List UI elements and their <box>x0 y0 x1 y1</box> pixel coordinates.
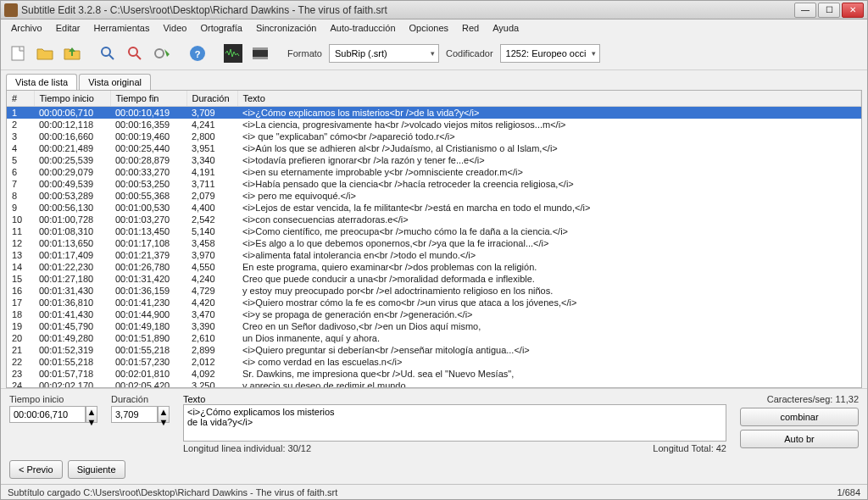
find-icon[interactable] <box>96 42 120 65</box>
help-icon[interactable]: ? <box>186 42 209 65</box>
codificador-combo[interactable]: 1252: Europeo occi <box>500 44 601 63</box>
status-position: 1/684 <box>837 487 860 497</box>
table-row[interactable]: 500:00:25,53900:00:28,8793,340<i>todavía… <box>7 154 861 166</box>
tab-list-view[interactable]: Vista de lista <box>6 74 77 90</box>
table-row[interactable]: 1900:01:45,79000:01:49,1803,390Creo en u… <box>7 320 861 332</box>
table-row[interactable]: 700:00:49,53900:00:53,2503,711<i>Había p… <box>7 178 861 190</box>
table-row[interactable]: 800:00:53,28900:00:55,3682,079<i> pero m… <box>7 190 861 202</box>
titlebar: Subtitle Edit 3.2.8 - C:\Users\root\Desk… <box>1 1 867 19</box>
tabstrip: Vista de lista Vista original <box>1 70 867 90</box>
table-row[interactable]: 1400:01:22,23000:01:26,7804,550En este p… <box>7 261 861 273</box>
col-end[interactable]: Tiempo fin <box>110 91 186 107</box>
autobr-button[interactable]: Auto br <box>740 430 859 448</box>
subtitle-list-scroll[interactable]: # Tiempo inicio Tiempo fin Duración Text… <box>7 91 861 387</box>
app-window: Subtitle Edit 3.2.8 - C:\Users\root\Desk… <box>0 0 868 500</box>
formato-combo[interactable]: SubRip (.srt) <box>329 44 439 63</box>
table-row[interactable]: 2100:01:52,31900:01:55,2182,899<i>Quiero… <box>7 344 861 356</box>
svg-point-5 <box>155 49 164 58</box>
table-row[interactable]: 1200:01:13,65000:01:17,1083,458<i>Es alg… <box>7 237 861 249</box>
menu-auto-traducción[interactable]: Auto-traducción <box>323 23 402 33</box>
menu-editar[interactable]: Editar <box>49 23 87 33</box>
table-row[interactable]: 300:00:16,66000:00:19,4602,800<i> que "e… <box>7 131 861 142</box>
svg-rect-11 <box>253 57 268 59</box>
text-label: Texto <box>183 394 726 404</box>
open-icon[interactable] <box>33 42 57 65</box>
duration-label: Duración <box>111 394 170 404</box>
prev-button[interactable]: < Previo <box>9 460 63 479</box>
maximize-button[interactable]: ☐ <box>818 3 840 18</box>
table-row[interactable]: 100:00:06,71000:00:10,4193,709<i>¿Cómo e… <box>7 107 861 119</box>
table-row[interactable]: 900:00:56,13000:01:00,5304,400<i>Lejos d… <box>7 202 861 214</box>
table-row[interactable]: 1300:01:17,40900:01:21,3793,970<i>alimen… <box>7 249 861 261</box>
fix-icon[interactable] <box>150 42 174 65</box>
table-row[interactable]: 1500:01:27,18000:01:31,4204,240Creo que … <box>7 273 861 285</box>
menu-sincronización[interactable]: Sincronización <box>249 23 324 33</box>
video-icon[interactable] <box>248 42 272 65</box>
table-row[interactable]: 2400:02:02,17000:02:05,4203,250y aprecio… <box>7 380 861 387</box>
svg-point-1 <box>102 47 110 56</box>
codificador-label: Codificador <box>446 48 493 58</box>
table-row[interactable]: 1100:01:08,31000:01:13,4505,140<i>Como c… <box>7 225 861 237</box>
toolbar: ? Formato SubRip (.srt) Codificador 1252… <box>1 36 867 70</box>
table-row[interactable]: 2200:01:55,21800:01:57,2302,012<i> como … <box>7 356 861 368</box>
status-loaded: Subtítulo cargado C:\Users\root\Desktop\… <box>8 487 337 497</box>
nav-row: < Previo Siguiente <box>1 458 867 484</box>
table-row[interactable]: 1600:01:31,43000:01:36,1594,729y estoy m… <box>7 285 861 297</box>
col-duration[interactable]: Duración <box>186 91 237 107</box>
line-length: Longitud linea individual: 30/12 <box>183 443 311 453</box>
col-start[interactable]: Tiempo inicio <box>34 91 110 107</box>
edit-panel: Tiempo inicio ▲▼ Duración ▲▼ Texto Longi… <box>1 388 867 458</box>
menu-red[interactable]: Red <box>455 23 486 33</box>
text-input[interactable] <box>183 404 726 442</box>
waveform-icon[interactable] <box>221 42 245 65</box>
window-title: Subtitle Edit 3.2.8 - C:\Users\root\Desk… <box>21 4 794 16</box>
menu-video[interactable]: Video <box>156 23 193 33</box>
duration-stepper[interactable]: ▲▼ <box>158 406 170 423</box>
new-icon[interactable] <box>6 42 30 65</box>
svg-point-3 <box>129 47 137 56</box>
menu-ortografía[interactable]: Ortografía <box>193 23 249 33</box>
table-row[interactable]: 1700:01:36,81000:01:41,2304,420<i>Quiero… <box>7 297 861 308</box>
menu-opciones[interactable]: Opciones <box>403 23 455 33</box>
table-row[interactable]: 200:00:12,11800:00:16,3594,241<i>La cien… <box>7 119 861 131</box>
col-number[interactable]: # <box>7 91 34 107</box>
menu-herramientas[interactable]: Herramientas <box>86 23 156 33</box>
subtitle-list: # Tiempo inicio Tiempo fin Duración Text… <box>6 90 862 388</box>
menu-ayuda[interactable]: Ayuda <box>486 23 526 33</box>
total-length: Longitud Total: 42 <box>653 443 726 453</box>
start-time-input[interactable] <box>9 406 86 423</box>
table-row[interactable]: 400:00:21,48900:00:25,4403,951<i>Aún los… <box>7 142 861 154</box>
svg-rect-0 <box>12 47 24 60</box>
app-icon <box>4 3 18 17</box>
menubar: ArchivoEditarHerramientasVideoOrtografía… <box>1 19 867 36</box>
svg-rect-10 <box>253 47 268 50</box>
start-time-label: Tiempo inicio <box>9 394 97 404</box>
save-icon[interactable] <box>60 42 84 65</box>
col-text[interactable]: Texto <box>237 91 861 107</box>
svg-line-4 <box>136 55 141 59</box>
table-row[interactable]: 1000:01:00,72800:01:03,2702,542<i>con co… <box>7 214 861 225</box>
next-button[interactable]: Siguiente <box>68 460 125 479</box>
table-row[interactable]: 1800:01:41,43000:01:44,9003,470<i>y se p… <box>7 308 861 320</box>
table-row[interactable]: 2300:01:57,71800:02:01,8104,092Sr. Dawki… <box>7 368 861 380</box>
minimize-button[interactable]: — <box>794 3 816 18</box>
replace-icon[interactable] <box>123 42 147 65</box>
cps-label: Caracteres/seg: 11,32 <box>740 394 859 404</box>
table-row[interactable]: 2000:01:49,28000:01:51,8902,610un Dios i… <box>7 332 861 344</box>
svg-line-2 <box>109 55 114 59</box>
svg-text:?: ? <box>195 49 201 59</box>
table-row[interactable]: 600:00:29,07900:00:33,2704,191<i>en su e… <box>7 166 861 178</box>
tab-original-view[interactable]: Vista original <box>79 74 151 90</box>
duration-input[interactable] <box>111 406 158 423</box>
start-time-stepper[interactable]: ▲▼ <box>86 406 97 423</box>
statusbar: Subtítulo cargado C:\Users\root\Desktop\… <box>1 484 867 499</box>
menu-archivo[interactable]: Archivo <box>4 23 49 33</box>
formato-label: Formato <box>287 48 322 58</box>
combine-button[interactable]: combinar <box>740 408 859 426</box>
close-button[interactable]: ✕ <box>842 3 864 18</box>
